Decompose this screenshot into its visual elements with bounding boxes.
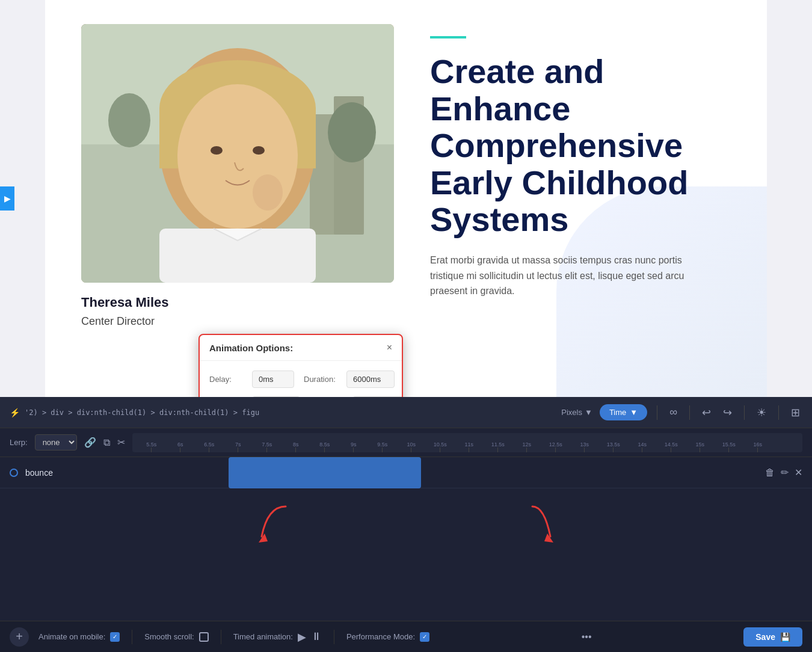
separator-4 [778, 405, 779, 420]
delay-duration-row: Delay: Duration: [209, 371, 392, 388]
animate-mobile-item: Animate on mobile: ✓ [38, 632, 120, 642]
time-button[interactable]: Time ▼ [600, 404, 647, 420]
webpage-content: Theresa Miles Center Director Create and… [45, 0, 767, 397]
ruler-mark-3: 7s [224, 441, 253, 452]
modal-body: Delay: Duration: Repeat infinite 1 2 Dir… [200, 361, 402, 397]
svg-point-9 [177, 84, 298, 229]
svg-marker-15 [544, 534, 553, 543]
person-title: Center Director [81, 315, 394, 328]
svg-marker-14 [259, 534, 268, 543]
infinity-icon-btn[interactable]: ∞ [667, 404, 680, 421]
track-row-container: bounce 🗑 ✏ ✕ [0, 457, 812, 488]
ruler-mark-15: 13s [570, 441, 599, 452]
status-divider-1 [132, 630, 132, 644]
description-text: Erat morbi gravida ut massa sociis tempu… [430, 253, 695, 299]
left-arrow-annotation [256, 500, 292, 549]
repeat-direction-row: Repeat infinite 1 2 Direction normal rev… [209, 396, 392, 397]
time-btn-label: Time [609, 408, 626, 417]
modal-title: Animation Options: [209, 343, 293, 353]
repeat-select[interactable]: infinite 1 2 [252, 396, 300, 397]
timed-animation-item: Timed animation: ▶ ⏸ [233, 630, 322, 644]
accent-line [430, 36, 466, 38]
canvas-area: ▶ [0, 0, 812, 397]
ruler-mark-17: 14s [628, 441, 657, 452]
smooth-scroll-label: Smooth scroll: [144, 632, 194, 641]
ruler-marks: 5.5s 6s 6.5s 7s 7.5s 8s 8.5s 9s 9.5s 10s… [132, 433, 777, 452]
performance-mode-checkbox[interactable]: ✓ [420, 632, 429, 642]
animate-mobile-label: Animate on mobile: [38, 632, 105, 641]
performance-mode-label: Performance Mode: [346, 632, 415, 641]
delay-label: Delay: [209, 375, 242, 384]
performance-mode-item: Performance Mode: ✓ [346, 632, 429, 642]
direction-select[interactable]: normal reverse alternate [352, 396, 403, 397]
ruler-mark-20: 15.5s [715, 441, 743, 452]
ruler-mark-0: 5.5s [137, 441, 166, 452]
save-button[interactable]: Save 💾 [743, 627, 802, 647]
play-button[interactable]: ▶ [298, 630, 306, 644]
animation-name: bounce [25, 468, 53, 478]
timed-animation-label: Timed animation: [233, 632, 293, 641]
redo-btn[interactable]: ↪ [721, 404, 734, 422]
separator-2 [689, 405, 690, 420]
modal-header: Animation Options: × [200, 335, 402, 361]
modal-box: Animation Options: × Delay: Duration: Re… [198, 334, 403, 397]
duration-input[interactable] [346, 371, 395, 388]
ruler-mark-19: 15s [686, 441, 715, 452]
link-icon-btn[interactable]: 🔗 [84, 437, 96, 448]
duration-label: Duration: [304, 375, 337, 384]
ruler-mark-16: 13.5s [599, 441, 628, 452]
more-options-button[interactable]: ••• [582, 632, 592, 642]
breadcrumb-icon: ⚡ [10, 408, 20, 417]
animate-mobile-checkbox[interactable]: ✓ [110, 632, 120, 642]
timeline-ruler: 5.5s 6s 6.5s 7s 7.5s 8s 8.5s 9s 9.5s 10s… [132, 433, 802, 452]
timeline-row: Lerp: none linear 🔗 ⧉ ✂ 5.5s 6s 6.5s 7s … [0, 428, 812, 457]
delete-track-btn[interactable]: 🗑 [765, 467, 775, 478]
svg-point-13 [253, 174, 283, 211]
track-controls: 🗑 ✏ ✕ [765, 467, 802, 478]
ruler-mark-2: 6.5s [195, 441, 224, 452]
svg-point-10 [211, 146, 223, 155]
ruler-mark-6: 8.5s [310, 441, 339, 452]
close-track-btn[interactable]: ✕ [795, 467, 802, 478]
smooth-scroll-item: Smooth scroll: [144, 632, 208, 642]
ruler-mark-8: 9.5s [368, 441, 397, 452]
scissor-icon-btn[interactable]: ✂ [117, 437, 125, 448]
ruler-mark-14: 12.5s [541, 441, 570, 452]
animation-options-modal: Animation Options: × Delay: Duration: Re… [198, 334, 403, 397]
status-bar: + Animate on mobile: ✓ Smooth scroll: Ti… [0, 621, 812, 652]
add-button[interactable]: + [10, 627, 29, 647]
status-divider-2 [221, 630, 221, 644]
save-icon: 💾 [780, 632, 790, 642]
ruler-mark-4: 7.5s [253, 441, 281, 452]
sun-icon-btn[interactable]: ☀ [754, 404, 769, 422]
edit-track-btn[interactable]: ✏ [781, 467, 789, 478]
animation-bar[interactable] [229, 457, 421, 488]
smooth-scroll-checkbox[interactable] [199, 632, 209, 642]
time-dropdown-icon: ▼ [630, 408, 638, 417]
toolbar-controls: Pixels ▼ Time ▼ ∞ ↩ ↪ ☀ ⊞ [561, 404, 802, 422]
pause-button[interactable]: ⏸ [311, 630, 322, 643]
ruler-mark-5: 8s [281, 441, 310, 452]
main-heading: Create and Enhance Comprehensive Early C… [430, 53, 731, 238]
ruler-mark-21: 16s [743, 441, 772, 452]
layers-icon-btn[interactable]: ⊞ [789, 404, 802, 422]
copy-icon-btn[interactable]: ⧉ [103, 437, 110, 448]
modal-close-button[interactable]: × [387, 342, 392, 353]
undo-btn[interactable]: ↩ [700, 404, 713, 422]
ruler-mark-9: 10s [397, 441, 426, 452]
ruler-mark-13: 12s [512, 441, 541, 452]
separator-3 [744, 405, 745, 420]
left-arrow-indicator[interactable]: ▶ [0, 186, 14, 211]
breadcrumb-text: '2) > div > div:nth-child(1) > div:nth-c… [25, 408, 259, 417]
ruler-mark-7: 9s [339, 441, 368, 452]
lerp-select[interactable]: none linear [35, 434, 77, 451]
right-column: Create and Enhance Comprehensive Early C… [430, 24, 731, 299]
person-image [81, 24, 394, 283]
pixels-label: Pixels [561, 408, 582, 417]
person-name: Theresa Miles [81, 295, 394, 310]
delay-input[interactable] [252, 371, 294, 388]
svg-point-11 [253, 146, 265, 155]
status-divider-3 [334, 630, 334, 644]
ruler-mark-1: 6s [166, 441, 195, 452]
pixels-badge: Pixels ▼ [561, 408, 592, 417]
